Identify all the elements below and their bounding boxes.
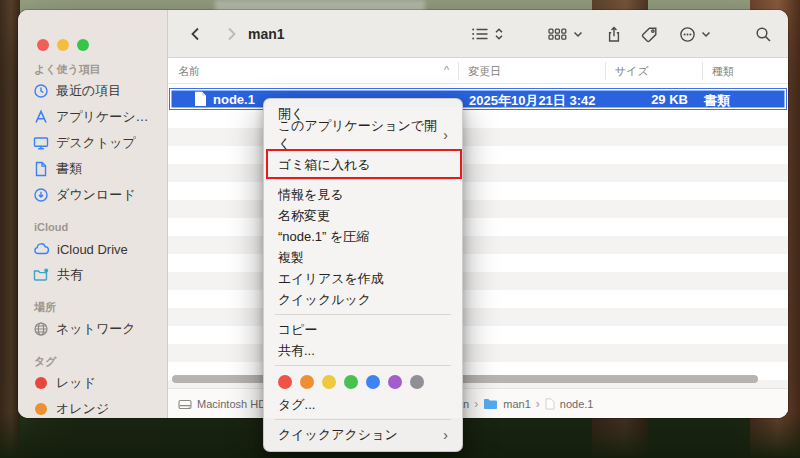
tag-green-dot[interactable]	[344, 375, 358, 389]
folder-icon	[483, 398, 498, 410]
file-name: node.1	[213, 92, 255, 107]
sidebar-item-label: iCloud Drive	[57, 242, 128, 257]
column-divider[interactable]	[458, 62, 459, 80]
file-list: 名前 ^ 変更日 サイズ 種類 node.1 2025年10月21日 3:42 …	[168, 58, 788, 418]
breadcrumb-disk[interactable]: Macintosh HD	[178, 389, 266, 418]
back-chevron-icon	[188, 26, 204, 42]
menu-item-open-with[interactable]: このアプリケーションで開く›	[264, 124, 462, 145]
menu-item-duplicate[interactable]: 複製	[264, 247, 462, 268]
search-button[interactable]	[755, 10, 772, 58]
file-modified: 2025年10月21日 3:42	[469, 92, 595, 110]
column-divider[interactable]	[605, 62, 606, 80]
menu-item-quick-look[interactable]: クイックルック	[264, 289, 462, 310]
menu-item-label: クイックルック	[278, 291, 371, 309]
more-button[interactable]	[679, 10, 711, 58]
share-button[interactable]	[606, 10, 622, 58]
sidebar-item-recents[interactable]: 最近の項目	[18, 78, 167, 104]
tag-color-row	[264, 370, 462, 394]
column-header-size[interactable]: サイズ	[615, 64, 649, 79]
window-title: man1	[248, 10, 285, 58]
sidebar-list: よく使う項目 最近の項目 アプリケーシ… デスクトップ 書類 ダウンロード	[18, 60, 167, 418]
file-icon	[545, 398, 555, 410]
menu-item-make-alias[interactable]: エイリアスを作成	[264, 268, 462, 289]
menu-separator	[275, 419, 451, 420]
menu-item-tags[interactable]: タグ...	[264, 394, 462, 415]
sidebar-item-network[interactable]: ネットワーク	[18, 316, 167, 342]
sort-indicator-icon: ^	[444, 64, 449, 76]
sidebar-item-icloud-drive[interactable]: iCloud Drive	[18, 236, 167, 262]
tag-blue-dot[interactable]	[366, 375, 380, 389]
sidebar-item-desktop[interactable]: デスクトップ	[18, 130, 167, 156]
sidebar-item-shared[interactable]: 共有	[18, 262, 167, 288]
tree-trunk	[0, 0, 20, 458]
menu-separator	[275, 179, 451, 180]
menu-item-label: 共有...	[278, 342, 315, 360]
sidebar-item-label: 共有	[57, 266, 83, 284]
forward-button[interactable]	[223, 10, 239, 58]
search-icon	[755, 26, 772, 43]
forward-chevron-icon	[223, 26, 239, 42]
globe-icon	[33, 321, 49, 337]
table-row-selected[interactable]: node.1 2025年10月21日 3:42 29 KB 書類	[169, 88, 787, 110]
back-button[interactable]	[188, 10, 204, 58]
shared-folder-icon	[33, 267, 50, 283]
submenu-arrow-icon: ›	[443, 127, 448, 143]
menu-item-label: “node.1” を圧縮	[278, 228, 369, 246]
path-bar: Macintosh HD an › man1 › node.1	[168, 388, 788, 418]
disk-icon	[178, 398, 192, 411]
group-view-icon	[548, 26, 567, 42]
more-ellipsis-icon	[679, 26, 696, 43]
horizontal-scrollbar[interactable]	[172, 375, 758, 383]
sidebar-item-label: 書類	[56, 160, 82, 178]
share-icon	[606, 26, 622, 43]
close-button[interactable]	[37, 39, 49, 51]
sidebar-item-downloads[interactable]: ダウンロード	[18, 182, 167, 208]
menu-separator	[275, 314, 451, 315]
annotation-highlight-box	[266, 149, 462, 179]
sidebar: よく使う項目 最近の項目 アプリケーシ… デスクトップ 書類 ダウンロード	[18, 10, 168, 418]
desktop-icon	[33, 135, 49, 151]
traffic-lights	[37, 39, 89, 51]
breadcrumb-file[interactable]: node.1	[560, 398, 594, 410]
sidebar-section-locations: 場所	[18, 298, 167, 316]
clock-icon	[33, 83, 49, 99]
tag-button[interactable]	[641, 10, 658, 58]
column-header-name[interactable]: 名前	[178, 64, 200, 79]
tag-gray-dot[interactable]	[410, 375, 424, 389]
tag-purple-dot[interactable]	[388, 375, 402, 389]
chevron-right-icon: ›	[474, 397, 478, 411]
chevron-down-icon	[701, 26, 711, 42]
breadcrumb-label: Macintosh HD	[197, 398, 266, 410]
sidebar-item-applications[interactable]: アプリケーシ…	[18, 104, 167, 130]
column-header-modified[interactable]: 変更日	[468, 64, 501, 79]
menu-item-quick-actions[interactable]: クイックアクション›	[264, 424, 462, 445]
menu-item-share[interactable]: 共有...	[264, 340, 462, 361]
sidebar-item-tag-orange[interactable]: オレンジ	[18, 396, 167, 418]
sidebar-item-label: オレンジ	[56, 400, 109, 418]
minimize-button[interactable]	[57, 39, 69, 51]
tag-orange-dot[interactable]	[300, 375, 314, 389]
breadcrumb-folder[interactable]: man1	[503, 398, 531, 410]
group-button[interactable]	[548, 10, 583, 58]
column-divider[interactable]	[702, 62, 703, 80]
menu-item-compress[interactable]: “node.1” を圧縮	[264, 226, 462, 247]
menu-separator	[275, 365, 451, 366]
view-list-button[interactable]	[471, 10, 504, 58]
chevron-down-icon	[573, 26, 583, 42]
menu-item-label: エイリアスを作成	[278, 270, 384, 288]
download-icon	[33, 187, 49, 203]
sidebar-item-documents[interactable]: 書類	[18, 156, 167, 182]
column-header-kind[interactable]: 種類	[712, 64, 734, 79]
sidebar-item-label: ネットワーク	[56, 320, 136, 338]
menu-item-copy[interactable]: コピー	[264, 319, 462, 340]
applications-icon	[33, 109, 49, 125]
sidebar-item-label: レッド	[56, 374, 96, 392]
sidebar-item-tag-red[interactable]: レッド	[18, 370, 167, 396]
zoom-button[interactable]	[77, 39, 89, 51]
menu-item-get-info[interactable]: 情報を見る	[264, 184, 462, 205]
menu-item-rename[interactable]: 名称変更	[264, 205, 462, 226]
chevron-right-icon: ›	[536, 397, 540, 411]
tag-red-dot[interactable]	[278, 375, 292, 389]
red-dot-icon	[35, 377, 47, 389]
tag-yellow-dot[interactable]	[322, 375, 336, 389]
